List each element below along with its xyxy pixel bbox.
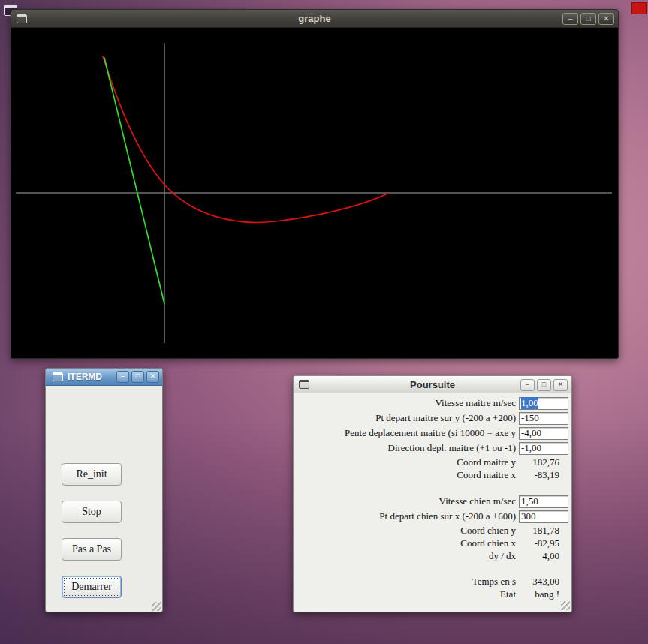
pente-maitre-label: Pente deplacement maitre (si 10000 = axe… — [294, 427, 519, 439]
close-button[interactable]: ✕ — [598, 13, 614, 25]
row-coord-maitre-y: Coord maitre y182,76 — [294, 456, 571, 468]
pt-depart-maitre-label: Pt depart maitre sur y (-200 a +200) — [294, 412, 519, 424]
minimize-button[interactable]: – — [520, 379, 535, 391]
desktop: graphe – □ ✕ ITERMD – □ ✕ Re_initStopPas… — [0, 0, 648, 644]
spacer — [294, 481, 571, 494]
demarrer-button[interactable]: Demarrer — [62, 576, 122, 598]
graphe-titlebar[interactable]: graphe – □ ✕ — [11, 10, 618, 28]
minimize-button[interactable]: – — [562, 13, 578, 25]
stop-button[interactable]: Stop — [62, 501, 122, 523]
dy-dx-value: 4,00 — [519, 550, 568, 562]
graph-canvas-svg — [11, 28, 616, 358]
window-controls: – □ ✕ — [116, 371, 159, 383]
row-etat: Etatbang ! — [294, 588, 571, 600]
parameter-form: Vitesse maitre m/sec1,00Pt depart maitre… — [294, 393, 571, 600]
coord-chien-y-value: 181,78 — [519, 525, 568, 537]
maximize-button[interactable]: □ — [537, 379, 551, 391]
direction-maitre-value: -1,00 — [521, 442, 541, 454]
temps-value: 343,00 — [519, 576, 568, 588]
row-dy-dx: dy / dx4,00 — [294, 549, 571, 562]
pt-depart-chien-input[interactable]: 300 — [519, 510, 568, 523]
window-controls: – □ ✕ — [562, 13, 614, 25]
resize-grip[interactable] — [561, 601, 570, 610]
poursuite-titlebar[interactable]: Poursuite – □ ✕ — [294, 376, 571, 393]
maximize-button[interactable]: □ — [131, 371, 144, 383]
control-buttons: Re_initStopPas a PasDemarrer — [62, 463, 122, 598]
pente-maitre-input[interactable]: -4,00 — [519, 427, 568, 440]
master-trajectory-line — [104, 58, 164, 304]
pt-depart-maitre-value: -150 — [521, 412, 539, 424]
graphe-window: graphe – □ ✕ — [11, 9, 619, 359]
vitesse-maitre-value: 1,00 — [521, 397, 538, 409]
coord-maitre-y-label: Coord maitre y — [294, 456, 519, 468]
window-icon — [17, 14, 27, 23]
vitesse-chien-value: 1,50 — [521, 495, 538, 507]
dy-dx-label: dy / dx — [294, 550, 519, 562]
pas-a-pas-button[interactable]: Pas a Pas — [62, 538, 122, 561]
iter-title: ITERMD — [68, 372, 102, 382]
row-pente-maitre: Pente deplacement maitre (si 10000 = axe… — [294, 426, 571, 441]
iter-titlebar[interactable]: ITERMD – □ ✕ — [46, 369, 162, 386]
close-button[interactable]: ✕ — [553, 379, 568, 391]
resize-grip[interactable] — [152, 602, 161, 611]
pt-depart-chien-value: 300 — [521, 510, 536, 522]
re-init-button[interactable]: Re_init — [62, 463, 122, 486]
maximize-button[interactable]: □ — [580, 13, 596, 25]
dog-pursuit-curve — [103, 56, 387, 222]
row-vitesse-chien: Vitesse chien m/sec1,50 — [294, 494, 571, 509]
row-temps: Temps en s343,00 — [294, 575, 571, 588]
etat-label: Etat — [294, 588, 519, 600]
vitesse-maitre-input[interactable]: 1,00 — [519, 397, 568, 410]
graph-canvas — [11, 28, 616, 358]
pt-depart-chien-label: Pt depart chien sur x (-200 a +600) — [294, 510, 519, 522]
etat-value: bang ! — [519, 588, 568, 600]
vitesse-maitre-label: Vitesse maitre m/sec — [294, 397, 519, 409]
window-icon — [53, 372, 63, 381]
pt-depart-maitre-input[interactable]: -150 — [519, 412, 568, 425]
temps-label: Temps en s — [294, 576, 519, 588]
coord-chien-y-label: Coord chien y — [294, 525, 519, 537]
direction-maitre-label: Direction depl. maitre (+1 ou -1) — [294, 442, 519, 454]
window-icon — [299, 380, 309, 389]
iter-body: Re_initStopPas a PasDemarrer — [46, 386, 162, 612]
coord-maitre-x-value: -83,19 — [519, 469, 568, 481]
row-coord-maitre-x: Coord maitre x-83,19 — [294, 468, 571, 481]
minimize-button[interactable]: – — [116, 371, 129, 383]
iter-window: ITERMD – □ ✕ Re_initStopPas a PasDemarre… — [45, 368, 163, 612]
row-pt-depart-chien: Pt depart chien sur x (-200 a +600)300 — [294, 509, 571, 524]
vitesse-chien-label: Vitesse chien m/sec — [294, 495, 519, 507]
row-pt-depart-maitre: Pt depart maitre sur y (-200 a +200)-150 — [294, 411, 571, 426]
poursuite-window: Poursuite – □ ✕ Vitesse maitre m/sec1,00… — [293, 375, 572, 612]
spacer — [294, 562, 571, 575]
desktop-red-marker — [631, 2, 647, 14]
vitesse-chien-input[interactable]: 1,50 — [519, 495, 568, 508]
pente-maitre-value: -4,00 — [521, 427, 541, 439]
row-coord-chien-y: Coord chien y181,78 — [294, 524, 571, 537]
row-coord-chien-x: Coord chien x-82,95 — [294, 537, 571, 549]
close-button[interactable]: ✕ — [146, 371, 159, 383]
direction-maitre-input[interactable]: -1,00 — [519, 442, 568, 455]
coord-chien-x-label: Coord chien x — [294, 537, 519, 549]
row-vitesse-maitre: Vitesse maitre m/sec1,00 — [294, 396, 571, 411]
coord-maitre-y-value: 182,76 — [519, 456, 568, 468]
window-controls: – □ ✕ — [520, 379, 568, 391]
coord-maitre-x-label: Coord maitre x — [294, 469, 519, 481]
row-direction-maitre: Direction depl. maitre (+1 ou -1)-1,00 — [294, 441, 571, 456]
graphe-title: graphe — [11, 13, 618, 24]
coord-chien-x-value: -82,95 — [519, 537, 568, 549]
